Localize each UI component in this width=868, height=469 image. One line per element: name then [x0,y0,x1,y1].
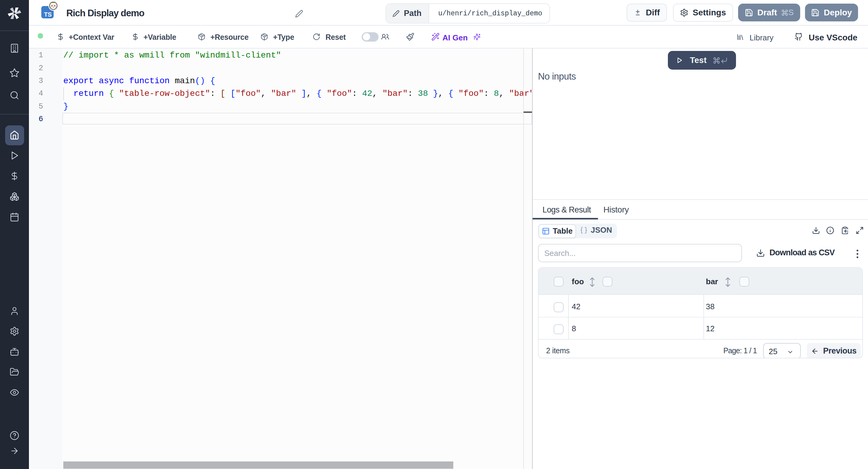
svg-text:TS: TS [44,11,52,18]
